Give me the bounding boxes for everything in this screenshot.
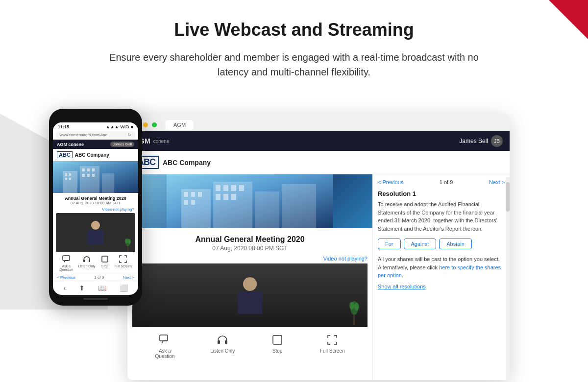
svg-rect-19 (83, 260, 85, 262)
video-player (132, 263, 368, 327)
next-button[interactable]: Next > (489, 179, 505, 185)
svg-rect-36 (216, 194, 220, 200)
phone-pagination: < Previous 1 of 9 Next > (53, 274, 138, 281)
url-text: www.comenaagm.com/Abc (60, 133, 107, 137)
svg-rect-38 (231, 194, 236, 200)
phone-video-not-playing[interactable]: Video not playing? (53, 207, 138, 213)
phone-meeting-date: 07 Aug, 2020 10:00 AM SGT (57, 201, 134, 205)
svg-rect-3 (102, 173, 114, 193)
phone-stop-button[interactable]: Stop (100, 255, 109, 271)
content-area: 11:15 ▲▲▲ WiFi ■ www.comenaagm.com/Abc ↻… (0, 94, 588, 382)
show-all-resolutions-link[interactable]: Show all resolutions (378, 284, 505, 289)
phone-navbar: AGM conene James Bell (53, 140, 138, 149)
phone-abc-logo: ABC (57, 151, 73, 158)
vote-for-button[interactable]: For (378, 239, 401, 249)
ask-question-button[interactable]: Ask aQuestion (155, 333, 174, 359)
svg-rect-26 (282, 184, 316, 228)
vote-abstain-button[interactable]: Abstain (439, 239, 472, 249)
video-not-playing-link[interactable]: Video not playing? (127, 256, 372, 263)
refresh-icon[interactable]: ↻ (128, 133, 131, 137)
stop-icon (100, 255, 109, 263)
svg-rect-30 (184, 200, 188, 205)
phone-fullscreen-button[interactable]: Full Screen (114, 255, 131, 271)
scrollbar-thumb[interactable] (506, 182, 510, 212)
vote-note: All your shares will be cast to the opti… (378, 255, 505, 280)
person-body (238, 292, 262, 314)
svg-rect-28 (191, 192, 195, 197)
phone-stop-label: Stop (101, 264, 108, 268)
svg-rect-44 (218, 340, 220, 344)
browser-tab[interactable]: AGM (166, 120, 194, 130)
browser-company-name: ABC Company (163, 159, 211, 167)
headphones-icon (82, 255, 91, 263)
phone-person-silhouette (87, 221, 104, 245)
agm-conene-text: conene (153, 139, 170, 144)
browser-user-avatar: JB (491, 135, 503, 147)
tabs-icon[interactable]: ⬜ (120, 284, 128, 292)
fullscreen-button[interactable]: Full Screen (320, 333, 345, 359)
svg-rect-5 (69, 173, 71, 176)
phone-notch (81, 114, 110, 120)
page-header: Live Webcast and Streaming Ensure every … (0, 0, 588, 89)
phone-ask-question-button[interactable]: Ask aQuestion (59, 255, 73, 271)
browser-user-area: James Bell JB (459, 135, 503, 147)
vote-against-button[interactable]: Against (404, 239, 437, 249)
svg-rect-20 (89, 260, 90, 262)
svg-rect-6 (65, 178, 67, 180)
wifi-icon: WiFi (121, 124, 129, 129)
svg-point-17 (128, 239, 131, 244)
back-icon[interactable]: ‹ (63, 284, 66, 292)
browser-chrome: AGM (127, 114, 510, 131)
svg-rect-18 (63, 256, 70, 261)
stop-label: Stop (272, 348, 283, 354)
phone-ask-question-label: Ask aQuestion (59, 264, 73, 271)
browser-main-content: Annual General Meeting 2020 07 Aug, 2020… (127, 174, 372, 380)
phone-time: 11:15 (58, 124, 69, 129)
phone-agm-brand: AGM conene (57, 142, 84, 147)
phone-url-bar[interactable]: www.comenaagm.com/Abc ↻ (56, 131, 135, 139)
browser-minimize-dot[interactable] (143, 122, 148, 127)
fullscreen-icon (119, 255, 127, 263)
ask-question-icon (158, 333, 172, 347)
phone-prev-button[interactable]: < Previous (57, 275, 75, 280)
browser-maximize-dot[interactable] (152, 122, 157, 127)
svg-rect-33 (223, 185, 228, 191)
browser-tab-label: AGM (173, 122, 186, 128)
video-person (132, 263, 368, 327)
listen-only-button[interactable]: Listen Only (210, 333, 235, 359)
vote-buttons-group: For Against Abstain (378, 239, 505, 249)
svg-rect-37 (223, 194, 228, 200)
page-indicator: 1 of 9 (440, 179, 453, 185)
svg-rect-12 (87, 174, 90, 177)
meeting-date: 07 Aug, 2020 08:00 PM SGT (132, 245, 368, 252)
svg-rect-8 (82, 168, 85, 171)
corner-decoration (549, 0, 588, 39)
svg-rect-9 (87, 168, 90, 171)
share-icon[interactable]: ⬆ (79, 284, 85, 292)
phone-status-bar: 11:15 ▲▲▲ WiFi ■ (53, 122, 138, 130)
scrollbar-track (506, 177, 510, 380)
svg-rect-27 (184, 192, 188, 197)
bookmark-icon[interactable]: 📖 (98, 284, 106, 292)
listen-only-label: Listen Only (210, 348, 235, 354)
ask-question-label: Ask aQuestion (155, 348, 174, 359)
prev-button[interactable]: < Previous (378, 179, 403, 185)
browser-mockup: AGM AGM conene James Bell JB ABC ABC Com… (127, 114, 510, 380)
phone-status-icons: ▲▲▲ WiFi ■ (106, 124, 133, 129)
fullscreen-icon-browser (325, 333, 339, 347)
svg-rect-32 (216, 185, 220, 191)
phone-subheader: ABC ABC Company (53, 149, 138, 161)
phone-plant-decoration (124, 235, 131, 252)
meeting-info: Annual General Meeting 2020 07 Aug, 2020… (127, 228, 372, 256)
svg-rect-35 (239, 185, 244, 191)
listen-only-icon (216, 333, 229, 347)
svg-rect-25 (255, 191, 279, 228)
phone-fullscreen-label: Full Screen (114, 264, 131, 268)
phone-next-button[interactable]: Next > (123, 275, 134, 280)
stop-icon-browser (270, 333, 284, 347)
signal-icon: ▲▲▲ (106, 124, 119, 129)
phone-listen-only-button[interactable]: Listen Only (78, 255, 96, 271)
stop-button[interactable]: Stop (270, 333, 284, 359)
page-subtitle: Ensure every shareholder and member is e… (103, 50, 485, 79)
browser-username: James Bell (459, 138, 488, 144)
